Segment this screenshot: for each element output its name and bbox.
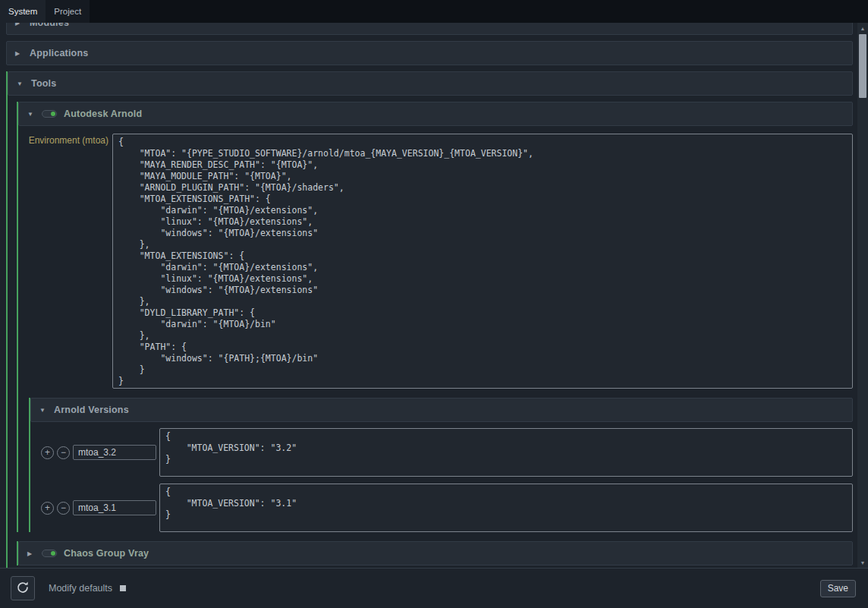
add-version-button[interactable]: + xyxy=(41,502,54,515)
version-row: + − { "MTOA_VERSION": "3.2" } xyxy=(30,428,853,477)
settings-viewport: ▶ Modules ▶ Applications ▼ Tools ▼ Autod… xyxy=(0,23,857,568)
tab-system[interactable]: System xyxy=(0,0,46,23)
scrollbar-thumb[interactable] xyxy=(859,34,866,98)
expanded-arrow-icon: ▼ xyxy=(17,80,24,87)
environment-row: Environment (mtoa) { "MTOA": "{PYPE_STUD… xyxy=(18,134,853,389)
settings-content: ▶ Modules ▶ Applications ▼ Tools ▼ Autod… xyxy=(0,23,857,568)
remove-version-button[interactable]: − xyxy=(57,446,70,459)
tab-bar: System Project xyxy=(0,0,868,23)
section-header-modules[interactable]: ▶ Modules xyxy=(6,23,853,35)
expanded-arrow-icon: ▼ xyxy=(27,111,35,118)
scroll-down-icon[interactable]: ▼ xyxy=(857,557,868,568)
section-header-arnold-versions[interactable]: ▼ Arnold Versions xyxy=(30,398,853,422)
tab-project[interactable]: Project xyxy=(46,0,90,23)
enabled-toggle-icon[interactable] xyxy=(42,550,57,557)
section-header-tools[interactable]: ▼ Tools xyxy=(8,71,853,96)
tab-project-label: Project xyxy=(54,7,81,16)
add-version-button[interactable]: + xyxy=(41,446,54,459)
section-title-autodesk-arnold: Autodesk Arnold xyxy=(64,109,142,119)
section-header-autodesk-arnold[interactable]: ▼ Autodesk Arnold xyxy=(18,102,853,126)
section-autodesk-arnold: ▼ Autodesk Arnold Environment (mtoa) { "… xyxy=(17,102,853,532)
refresh-icon xyxy=(16,581,30,597)
save-button[interactable]: Save xyxy=(820,580,856,597)
modify-defaults-checkbox[interactable] xyxy=(120,585,126,591)
collapsed-arrow-icon: ▶ xyxy=(15,23,23,27)
tab-system-label: System xyxy=(8,7,37,16)
section-header-applications[interactable]: ▶ Applications xyxy=(6,41,853,65)
collapsed-arrow-icon: ▶ xyxy=(27,550,35,557)
version-key-input[interactable] xyxy=(73,445,156,460)
enabled-toggle-icon[interactable] xyxy=(42,110,57,118)
vertical-scrollbar: ▲ ▼ xyxy=(857,23,868,568)
section-header-chaos-group-vray[interactable]: ▶ Chaos Group Vray xyxy=(18,541,853,565)
section-chaos-group-vray: ▶ Chaos Group Vray xyxy=(17,541,853,565)
section-title-arnold-versions: Arnold Versions xyxy=(54,405,129,415)
version-json-textarea[interactable]: { "MTOA_VERSION": "3.1" } xyxy=(159,484,853,532)
collapsed-arrow-icon: ▶ xyxy=(15,50,23,57)
footer-bar: Modify defaults Save xyxy=(0,568,868,608)
environment-json-textarea[interactable]: { "MTOA": "{PYPE_STUDIO_SOFTWARE}/arnold… xyxy=(112,134,853,389)
remove-version-button[interactable]: − xyxy=(57,502,70,515)
tools-body: ▼ Autodesk Arnold Environment (mtoa) { "… xyxy=(8,102,853,568)
version-json-textarea[interactable]: { "MTOA_VERSION": "3.2" } xyxy=(159,428,853,477)
version-key-input[interactable] xyxy=(73,500,156,515)
section-arnold-versions: ▼ Arnold Versions + − { "MTOA_VERSION": … xyxy=(29,398,853,532)
modify-defaults-label: Modify defaults xyxy=(49,583,112,594)
refresh-button[interactable] xyxy=(11,576,35,600)
scroll-up-icon[interactable]: ▲ xyxy=(857,23,868,33)
section-title-tools: Tools xyxy=(31,78,56,89)
section-tools: ▼ Tools ▼ Autodesk Arnold Environment (m… xyxy=(6,71,853,568)
section-title-chaos-group-vray: Chaos Group Vray xyxy=(64,548,149,559)
section-title-modules: Modules xyxy=(30,23,69,28)
expanded-arrow-icon: ▼ xyxy=(39,407,47,414)
section-title-applications: Applications xyxy=(30,48,88,58)
version-row: + − { "MTOA_VERSION": "3.1" } xyxy=(30,484,853,532)
environment-label: Environment (mtoa) xyxy=(18,134,112,389)
